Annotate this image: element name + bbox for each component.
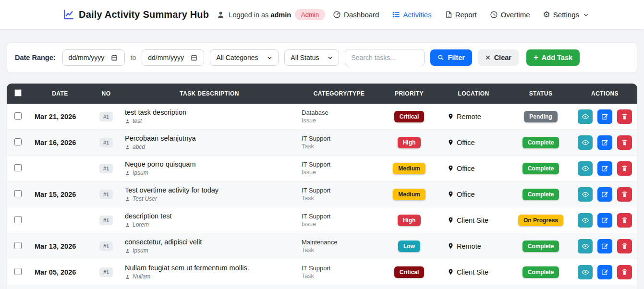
delete-button[interactable] [617,161,632,176]
edit-button[interactable] [597,187,612,202]
select-all-header [7,84,29,104]
task-location: Remote [457,242,481,250]
col-no: NO [91,84,121,104]
task-location: Remote [457,113,481,120]
task-number-badge: #1 [99,138,113,147]
edit-button[interactable] [597,239,612,253]
pencil-square-icon [601,268,608,276]
task-location: Client Site [457,217,488,224]
nav-overtime[interactable]: Overtime [490,11,530,19]
edit-button[interactable] [597,109,612,124]
logged-in-text: Logged in as admin [229,11,291,19]
task-location: Office [457,139,475,146]
pencil-square-icon [601,165,608,172]
eye-icon [582,217,589,224]
edit-button[interactable] [597,135,612,150]
trash-icon [621,191,628,198]
row-checkbox[interactable] [14,138,22,145]
trash-icon [621,139,628,146]
priority-badge: High [398,137,421,148]
pencil-square-icon [601,139,608,146]
delete-button[interactable] [617,265,632,279]
edit-button[interactable] [597,265,612,279]
map-pin-icon [448,217,454,224]
task-number-badge: #1 [99,216,113,225]
priority-badge: Critical [394,266,425,278]
eye-icon [582,139,589,146]
priority-badge: Low [398,241,420,252]
status-badge: Complete [522,241,559,252]
task-description: Neque porro quisquam [125,160,294,168]
table-row: Mar 05, 2026 #1 Nullam feugiat sem ut fe… [7,259,637,285]
task-location: Client Site [457,268,488,276]
table-row: Mar 15, 2026 #1 Test overtime activity f… [7,181,637,207]
view-button[interactable] [578,265,593,279]
row-checkbox[interactable] [14,164,22,171]
row-checkbox[interactable] [14,268,22,275]
date-to-input[interactable]: dd/mm/yyyy [142,49,204,66]
col-location: LOCATION [438,84,509,104]
nav-settings[interactable]: ⚙ Settings [543,11,589,19]
task-type: Issue [302,169,377,176]
task-date [29,156,91,181]
map-pin-icon [448,165,454,172]
task-description: Test overtime activity for today [125,186,294,194]
nav-activities[interactable]: Activities [392,11,431,19]
view-button[interactable] [578,135,593,150]
eye-icon [582,191,589,198]
date-from-input[interactable]: dd/mm/yyyy [62,49,125,66]
trash-icon [621,165,628,172]
row-checkbox[interactable] [14,216,22,223]
trash-icon [621,113,628,120]
delete-button[interactable] [617,135,632,150]
task-type: Task [302,273,377,279]
view-button[interactable] [578,161,593,176]
user-name: admin [270,11,291,19]
delete-button[interactable] [617,187,632,202]
category-select[interactable]: All Categories [210,49,279,66]
search-input[interactable] [345,49,425,66]
clear-button[interactable]: ✕ Clear [478,49,519,66]
task-date: Mar 21, 2026 [29,104,91,130]
task-assignee: Test User [133,195,157,202]
row-checkbox[interactable] [14,190,22,197]
row-checkbox[interactable] [14,242,22,249]
delete-button[interactable] [617,109,632,124]
status-badge: Complete [522,266,559,278]
task-type: Issue [302,221,377,228]
filter-bar: Date Range: dd/mm/yyyy to dd/mm/yyyy All… [7,42,637,73]
person-icon [125,274,130,279]
edit-button[interactable] [597,161,612,176]
task-type: Task [302,143,377,150]
view-button[interactable] [578,213,593,228]
add-task-button[interactable]: + Add Task [526,49,580,66]
edit-button[interactable] [597,213,612,228]
calendar-icon [111,54,118,61]
task-date: Mar 15, 2026 [29,181,91,207]
list-icon [392,11,400,19]
table-row: #1 Neque porro quisquam Ipsum IT Support… [7,156,637,181]
task-category: IT Support [302,161,377,168]
view-button[interactable] [578,239,593,253]
brand: Daily Activity Summary Hub [62,9,209,21]
nav-dashboard[interactable]: Dashboard [333,11,379,19]
row-checkbox[interactable] [14,112,22,120]
date-range-label: Date Range: [15,54,56,61]
status-select[interactable]: All Status [284,49,339,66]
filter-button[interactable]: Filter [430,49,472,66]
pencil-square-icon [601,113,608,120]
nav-report[interactable]: Report [445,11,477,19]
task-date: Mar 16, 2026 [29,130,91,156]
task-assignee: abcd [133,144,145,150]
task-category: Maintenance [302,239,377,246]
view-button[interactable] [578,187,593,202]
delete-button[interactable] [617,239,632,253]
plus-icon: + [534,55,538,60]
view-button[interactable] [578,109,593,124]
task-category: IT Support [302,135,377,142]
delete-button[interactable] [617,213,632,228]
select-all-checkbox[interactable] [14,89,22,96]
trash-icon [621,268,628,276]
calendar-icon [191,54,197,61]
app-header: Daily Activity Summary Hub Logged in as … [0,0,644,29]
